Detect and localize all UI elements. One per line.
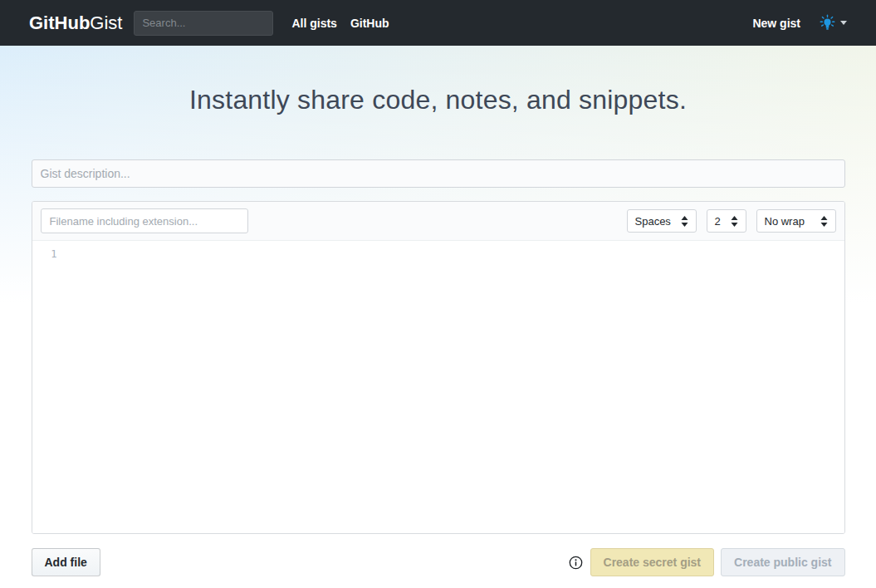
header-nav: All gists GitHub xyxy=(285,17,395,30)
create-public-gist-button[interactable]: Create public gist xyxy=(721,548,844,576)
gist-description-input[interactable] xyxy=(32,159,845,188)
user-menu-button[interactable] xyxy=(819,14,847,32)
add-file-button[interactable]: Add file xyxy=(32,548,100,576)
indent-mode-select[interactable]: Spaces xyxy=(627,209,697,233)
logo-github-text: GitHub xyxy=(29,12,90,33)
logo-gist-text: Gist xyxy=(90,12,122,33)
hero-title: Instantly share code, notes, and snippet… xyxy=(0,46,876,115)
info-icon[interactable] xyxy=(569,556,583,570)
nav-all-gists[interactable]: All gists xyxy=(285,17,343,30)
file-panel: Spaces 2 No wrap xyxy=(32,201,845,534)
indent-mode-value: Spaces xyxy=(635,215,671,228)
select-stepper-icon xyxy=(820,216,828,227)
code-editor[interactable]: 1 xyxy=(32,241,844,533)
wrap-mode-select[interactable]: No wrap xyxy=(756,209,836,233)
new-gist-link[interactable]: New gist xyxy=(752,17,800,30)
page-background: Instantly share code, notes, and snippet… xyxy=(0,46,876,588)
create-secret-gist-button[interactable]: Create secret gist xyxy=(590,548,715,576)
lightbulb-avatar-icon xyxy=(819,14,836,32)
line-number: 1 xyxy=(51,248,56,260)
select-stepper-icon xyxy=(681,216,688,227)
code-input-area[interactable] xyxy=(67,241,844,533)
indent-width-select[interactable]: 2 xyxy=(707,209,746,233)
gist-form: Spaces 2 No wrap xyxy=(32,159,845,576)
line-number-gutter: 1 xyxy=(32,241,67,533)
nav-github[interactable]: GitHub xyxy=(344,17,396,30)
indent-width-value: 2 xyxy=(715,215,721,228)
gist-logo[interactable]: GitHubGist xyxy=(29,12,122,34)
actions-right: Create secret gist Create public gist xyxy=(569,548,845,576)
actions-bar: Add file Create secret gist Create publi… xyxy=(32,548,845,576)
header: GitHubGist All gists GitHub New gist xyxy=(0,0,876,46)
editor-options: Spaces 2 No wrap xyxy=(627,209,836,233)
file-panel-header: Spaces 2 No wrap xyxy=(32,202,844,241)
filename-input[interactable] xyxy=(41,208,248,233)
chevron-down-icon xyxy=(840,21,847,25)
search-input[interactable] xyxy=(134,11,273,36)
select-stepper-icon xyxy=(731,216,738,227)
wrap-mode-value: No wrap xyxy=(765,215,805,228)
